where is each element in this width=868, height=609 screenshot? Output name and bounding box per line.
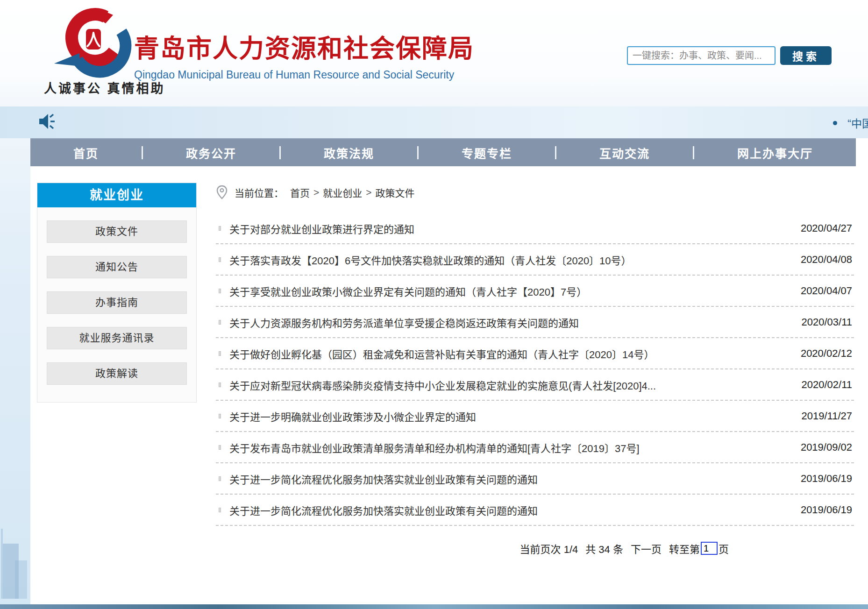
pagination-current: 当前页次 1/4 [520,541,578,556]
breadcrumb-category[interactable]: 就业创业 [323,185,362,199]
document-link[interactable]: 关于享受就业创业政策小微企业界定有关问题的通知（青人社字【2020】7号） [229,283,587,298]
breadcrumb-separator: > [313,187,319,198]
list-item: 关于对部分就业创业政策进行界定的通知 2020/04/27 [216,213,854,244]
list-item: 关于进一步明确就业创业政策涉及小微企业界定的通知 2019/11/27 [216,401,854,432]
document-date: 2020/02/12 [801,347,854,360]
nav-item-home[interactable]: 首页 [73,144,99,161]
list-item: 关于享受就业创业政策小微企业界定有关问题的通知（青人社字【2020】7号） 20… [216,276,854,307]
list-item: 关于人力资源服务机构和劳务派遣单位享受援企稳岗返还政策有关问题的通知 2020/… [216,307,854,338]
document-date: 2020/04/07 [801,285,854,297]
site-logo [50,5,144,79]
nav-item-interaction[interactable]: 互动交流 [599,144,650,161]
sidebar-item-policy-interpretation[interactable]: 政策解读 [47,362,187,385]
bullet-icon [219,226,221,231]
document-link[interactable]: 关于进一步简化流程优化服务加快落实就业创业政策有关问题的通知 [229,471,538,486]
document-link[interactable]: 关于进一步明确就业创业政策涉及小微企业界定的通知 [229,409,476,424]
document-list: 关于对部分就业创业政策进行界定的通知 2020/04/27 关于落实青政发【20… [216,213,854,526]
topbar-link[interactable]: “中国 [847,115,868,131]
bullet-icon [219,476,221,481]
list-item: 关于进一步简化流程优化服务加快落实就业创业政策有关问题的通知 2019/06/1… [216,495,854,526]
document-link[interactable]: 关于做好创业孵化基（园区）租金减免和运营补贴有关事宜的通知（青人社字〔2020〕… [229,346,654,361]
document-date: 2020/02/11 [802,379,854,391]
breadcrumb-separator: > [366,187,371,198]
building-silhouette [15,560,27,599]
main-navigation: 首页 政务公开 政策法规 专题专栏 互动交流 网上办事大厅 [30,138,856,166]
document-link[interactable]: 关于应对新型冠状病毒感染肺炎疫情支持中小企业发展稳定就业的实施意见(青人社发[2… [229,377,656,392]
pagination-goto-prefix: 转至第 [669,541,700,556]
nav-separator [693,146,694,159]
content-panel: 就业创业 政策文件 通知公告 办事指南 就业服务通讯录 政策解读 当前位置： 首… [30,166,856,604]
nav-item-online-hall[interactable]: 网上办事大厅 [737,144,813,161]
sidebar-title-employment[interactable]: 就业创业 [37,183,196,207]
nav-separator [142,146,143,159]
bullet-icon [833,121,837,125]
site-header: 人诚事公 真情相助 青岛市人力资源和社会保障局 Qingdao Municipa… [0,0,868,106]
pagination-total: 共 34 条 [585,541,623,556]
bullet-icon [219,320,221,325]
document-date: 2020/03/11 [802,316,854,328]
document-link[interactable]: 关于发布青岛市就业创业政策清单服务清单和经办机构清单的通知[青人社字〔2019〕… [229,440,640,455]
speaker-icon[interactable] [38,113,55,130]
search-input[interactable] [627,46,776,65]
document-link[interactable]: 关于对部分就业创业政策进行界定的通知 [229,221,414,236]
nav-item-special[interactable]: 专题专栏 [462,144,512,161]
document-date: 2019/11/27 [802,410,854,422]
site-title: 青岛市人力资源和社会保障局 [134,28,474,65]
document-date: 2019/06/19 [801,504,854,516]
left-background-strip [0,93,30,604]
list-item: 关于发布青岛市就业创业政策清单服务清单和经办机构清单的通知[青人社字〔2019〕… [216,432,854,463]
search-button[interactable]: 搜索 [780,46,832,65]
pagination-next-button[interactable]: 下一页 [631,541,662,556]
document-date: 2019/09/02 [801,441,854,453]
nav-separator [555,146,556,159]
list-item: 关于做好创业孵化基（园区）租金减免和运营补贴有关事宜的通知（青人社字〔2020〕… [216,338,854,369]
nav-item-gov-affairs[interactable]: 政务公开 [186,144,236,161]
footer-stripe [0,604,868,609]
sidebar-item-contact-directory[interactable]: 就业服务通讯录 [47,327,187,349]
bullet-icon [219,445,221,450]
document-link[interactable]: 关于落实青政发【2020】6号文件加快落实稳就业政策的通知（青人社发〔2020〕… [229,252,632,267]
sidebar-item-policy-documents[interactable]: 政策文件 [47,220,187,243]
document-link[interactable]: 关于人力资源服务机构和劳务派遣单位享受援企稳岗返还政策有关问题的通知 [229,315,579,330]
nav-separator [417,146,419,159]
search-bar: 搜索 [627,46,832,65]
sidebar: 就业创业 政策文件 通知公告 办事指南 就业服务通讯录 政策解读 [37,183,197,403]
document-date: 2020/04/27 [801,222,854,234]
sidebar-item-service-guide[interactable]: 办事指南 [47,291,187,314]
bullet-icon [219,508,221,512]
list-item: 关于应对新型冠状病毒感染肺炎疫情支持中小企业发展稳定就业的实施意见(青人社发[2… [216,369,854,401]
breadcrumb: 当前位置： 首页 > 就业创业 > 政策文件 [216,185,854,200]
main-column: 当前位置： 首页 > 就业创业 > 政策文件 关于对部分就业创业政策进行界定的通… [216,185,854,556]
breadcrumb-current[interactable]: 政策文件 [376,185,415,199]
list-item: 关于进一步简化流程优化服务加快落实就业创业政策有关问题的通知 2019/06/1… [216,463,854,495]
location-pin-icon [216,185,228,200]
bullet-icon [219,257,221,262]
document-link[interactable]: 关于进一步简化流程优化服务加快落实就业创业政策有关问题的通知 [229,503,538,517]
bullet-icon [219,382,221,387]
site-subtitle: Qingdao Municipal Bureau of Human Resour… [134,69,474,81]
document-date: 2020/04/08 [801,254,854,266]
top-band: “中国 [0,106,868,138]
breadcrumb-label: 当前位置： [235,185,284,199]
bullet-icon [219,289,221,293]
logo-swirl-icon [50,5,144,79]
sidebar-item-notices[interactable]: 通知公告 [47,256,187,278]
breadcrumb-home[interactable]: 首页 [290,185,310,199]
list-item: 关于落实青政发【2020】6号文件加快落实稳就业政策的通知（青人社发〔2020〕… [216,244,854,276]
bullet-icon [219,414,221,418]
pagination-goto-suffix: 页 [719,541,729,556]
document-date: 2019/06/19 [801,473,854,485]
pagination-page-input[interactable] [701,542,718,555]
bullet-icon [219,351,221,356]
pagination: 当前页次 1/4 共 34 条 下一页 转至第 页 [216,541,854,556]
page: 人诚事公 真情相助 青岛市人力资源和社会保障局 Qingdao Municipa… [0,0,868,609]
nav-separator [279,146,281,159]
nav-item-policies[interactable]: 政策法规 [324,144,374,161]
